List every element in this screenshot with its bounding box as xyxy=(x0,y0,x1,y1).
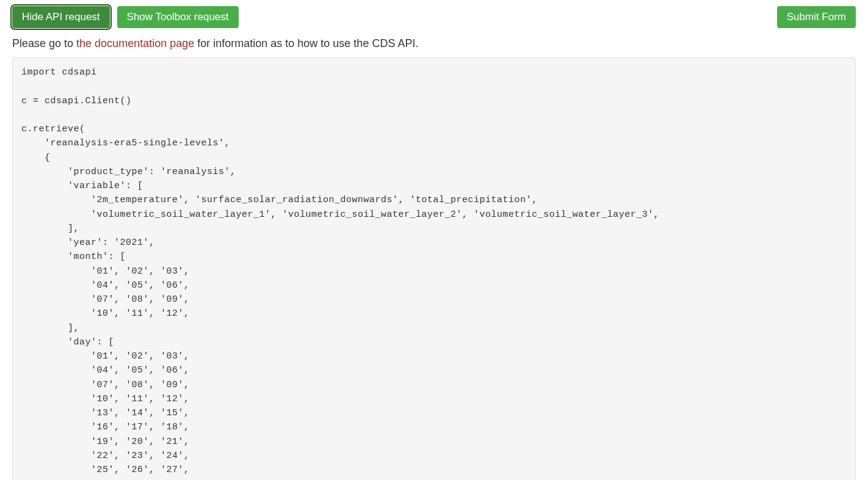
info-prefix: Please go to xyxy=(12,37,76,49)
show-toolbox-request-button[interactable]: Show Toolbox request xyxy=(117,6,239,28)
api-code-block: import cdsapi c = cdsapi.Client() c.retr… xyxy=(12,57,856,480)
documentation-link[interactable]: the documentation page xyxy=(76,37,194,49)
hide-api-request-button[interactable]: Hide API request xyxy=(12,6,110,28)
button-bar: Hide API request Show Toolbox request Su… xyxy=(12,6,856,28)
submit-form-button[interactable]: Submit Form xyxy=(777,6,856,28)
info-suffix: for information as to how to use the CDS… xyxy=(194,37,418,49)
info-text: Please go to the documentation page for … xyxy=(12,37,856,50)
